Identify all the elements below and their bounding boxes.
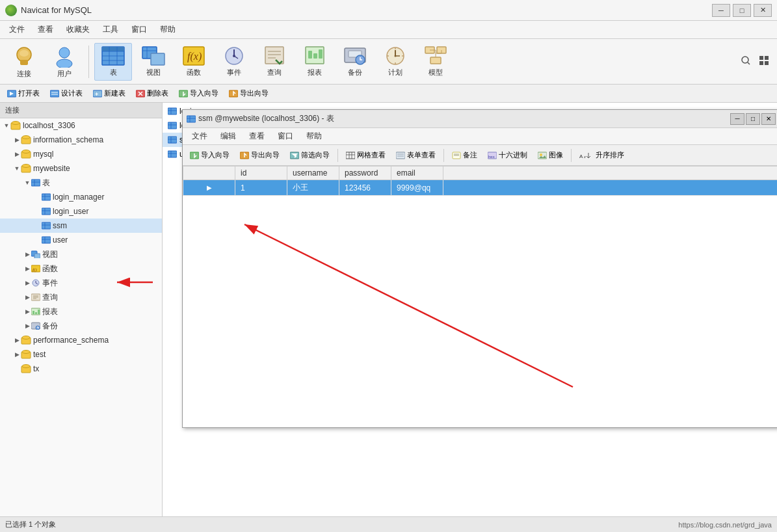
sidebar-item-perf-schema[interactable]: ▶ performance_schema	[0, 333, 162, 347]
sidebar-item-ssm[interactable]: ssm	[0, 219, 162, 233]
sidebar-item-login-user[interactable]: login_user	[0, 204, 162, 219]
search-icon[interactable]	[738, 53, 754, 70]
sidebar-item-reports[interactable]: ▶ 报表	[0, 304, 162, 319]
svg-text:+: +	[95, 91, 98, 98]
svg-rect-51	[765, 56, 769, 60]
sidebar-item-funcs[interactable]: ▶ f() 函数	[0, 261, 162, 276]
sub-window-title-area: ssm @mywebsite (localhost_3306) - 表	[187, 113, 334, 124]
sub-form-btn[interactable]: 表单查看	[391, 148, 440, 163]
cell-password[interactable]: 123456	[339, 180, 391, 196]
toolbar-query[interactable]: 查询	[256, 43, 293, 81]
sub-filter-btn[interactable]: 筛选向导	[285, 148, 334, 163]
main-panel: login_manager login_user	[163, 103, 777, 516]
close-button[interactable]: ✕	[754, 4, 772, 17]
svg-rect-115	[168, 108, 177, 114]
sub-import-btn[interactable]: 导入向导	[185, 148, 234, 163]
view-icon	[142, 46, 165, 66]
col-header-password: password	[339, 166, 391, 180]
svg-rect-22	[265, 47, 283, 64]
export-wizard-button[interactable]: 导出向导	[224, 86, 273, 101]
sidebar-label-backups: 备份	[42, 321, 58, 332]
svg-rect-82	[42, 222, 51, 229]
sidebar-item-queries[interactable]: ▶ 查询	[0, 290, 162, 304]
sub-menu-edit[interactable]: 编辑	[214, 129, 243, 144]
backup-icon	[343, 46, 367, 66]
toolbar-schedule[interactable]: 计划	[376, 43, 414, 81]
sidebar-header: 连接	[0, 103, 162, 118]
design-table-button[interactable]: 设计表	[46, 86, 87, 101]
sidebar-item-backups[interactable]: ▶ 备份	[0, 319, 162, 333]
sidebar-item-information-schema[interactable]: ▶ information_schema	[0, 133, 162, 147]
menu-view[interactable]: 查看	[31, 22, 60, 37]
svg-point-68	[22, 136, 30, 139]
grid-view-icon[interactable]	[756, 53, 772, 70]
menu-tools[interactable]: 工具	[96, 22, 125, 37]
toolbar-user[interactable]: 用户	[46, 43, 83, 81]
sub-window-close[interactable]: ✕	[761, 113, 776, 125]
svg-rect-124	[168, 151, 177, 157]
svg-rect-76	[42, 194, 51, 200]
sub-menu-bar: 文件 编辑 查看 窗口 帮助	[183, 128, 777, 145]
sidebar-item-tx[interactable]: tx	[0, 362, 162, 376]
svg-text:z: z	[584, 155, 586, 159]
toolbar-model[interactable]: 模型	[417, 43, 454, 81]
toolbar-view[interactable]: 视图	[135, 43, 172, 81]
open-table-button[interactable]: 打开表	[3, 86, 44, 101]
sub-window-minimize[interactable]: ─	[730, 113, 744, 125]
toolbar-event[interactable]: 事件	[215, 43, 253, 81]
sidebar-item-views[interactable]: ▶ 视图	[0, 247, 162, 261]
toolbar-func[interactable]: f(x) 函数	[175, 43, 213, 81]
toolbar-table[interactable]: 表	[94, 43, 132, 81]
sidebar-item-user[interactable]: user	[0, 233, 162, 247]
import-wizard-button[interactable]: 导入向导	[174, 86, 223, 101]
menu-window[interactable]: 窗口	[125, 22, 153, 37]
menu-file[interactable]: 文件	[3, 22, 31, 37]
sidebar-item-mywebsite[interactable]: ▼ mywebsite	[0, 161, 162, 176]
sub-menu-view[interactable]: 查看	[243, 129, 271, 144]
sidebar-item-localhost[interactable]: ▼ localhost_3306	[0, 118, 162, 133]
new-table-button[interactable]: + 新建表	[88, 86, 130, 101]
sub-image-label: 图像	[549, 150, 563, 160]
svg-rect-89	[34, 254, 40, 258]
cell-username[interactable]: 小王	[287, 180, 339, 196]
menu-help[interactable]: 帮助	[153, 22, 182, 37]
minimize-button[interactable]: ─	[712, 4, 730, 17]
sidebar-item-tables-folder[interactable]: ▼ 表	[0, 176, 162, 190]
sidebar-label-mywebsite: mywebsite	[33, 164, 70, 173]
content-area: 连接 ▼ localhost_3306 ▶	[0, 103, 777, 516]
expand-arrow-tx	[13, 365, 21, 373]
sidebar-item-login-manager[interactable]: login_manager	[0, 190, 162, 204]
sidebar-item-events[interactable]: ▶ 事件	[0, 276, 162, 290]
svg-point-48	[742, 57, 748, 63]
sub-grid-btn[interactable]: 网格查看	[341, 148, 390, 163]
svg-rect-53	[765, 61, 769, 65]
svg-point-110	[22, 351, 30, 354]
sub-window-ssm: ssm @mywebsite (localhost_3306) - 表 ─ □ …	[182, 109, 777, 428]
sub-menu-file[interactable]: 文件	[185, 129, 214, 144]
expand-arrow-perf: ▶	[13, 336, 21, 344]
sidebar-item-test[interactable]: ▶ test	[0, 347, 162, 362]
sub-menu-help[interactable]: 帮助	[300, 129, 328, 144]
svg-rect-100	[33, 311, 34, 314]
svg-rect-28	[313, 53, 317, 59]
sub-note-btn[interactable]: 备注	[447, 148, 482, 163]
cell-id[interactable]: 1	[235, 180, 287, 196]
svg-point-148	[540, 153, 542, 156]
delete-table-button[interactable]: 删除表	[131, 86, 173, 101]
svg-rect-13	[151, 53, 165, 65]
toolbar-connect[interactable]: 连接	[5, 43, 43, 81]
sub-menu-window[interactable]: 窗口	[271, 129, 300, 144]
sub-window-maximize[interactable]: □	[746, 113, 760, 125]
svg-rect-55	[50, 90, 59, 97]
cell-email[interactable]: 9999@qq	[391, 180, 443, 196]
sub-sort-btn[interactable]: A z 升序排序	[575, 148, 629, 163]
sidebar-item-mysql[interactable]: ▶ mysql	[0, 147, 162, 161]
sub-hex-btn[interactable]: hex 十六进制	[483, 148, 532, 163]
maximize-button[interactable]: □	[733, 4, 751, 17]
menu-favorites[interactable]: 收藏夹	[60, 22, 96, 37]
sub-image-btn[interactable]: 图像	[533, 148, 568, 163]
sub-export-btn[interactable]: 导出向导	[235, 148, 284, 163]
toolbar-report[interactable]: 报表	[296, 43, 334, 81]
table-row[interactable]: ▶ 1 小王 123456 9999@qq	[183, 180, 778, 196]
toolbar-backup[interactable]: 备份	[336, 43, 374, 81]
